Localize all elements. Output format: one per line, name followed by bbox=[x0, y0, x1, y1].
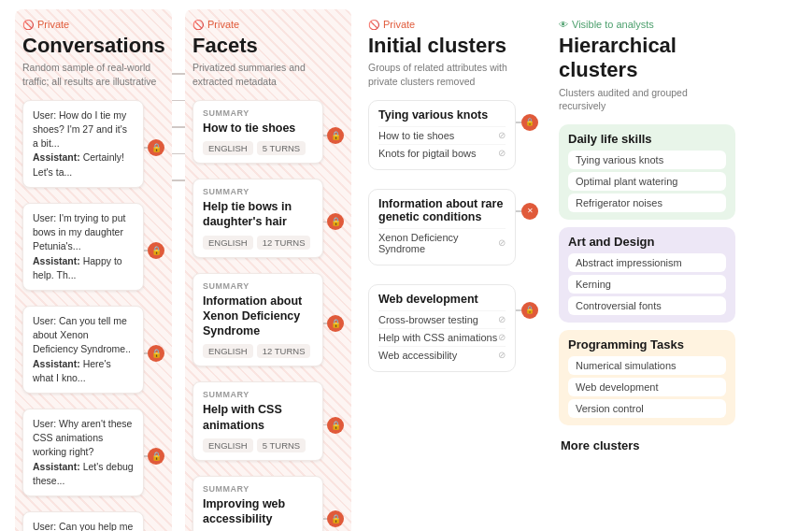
hier-group-3: Programming Tasks Numerical simulations … bbox=[559, 330, 735, 425]
eye-off-icon-3-2: ⊘ bbox=[498, 332, 506, 342]
conv-text-5: User: Can you help me make my personal w… bbox=[33, 520, 134, 531]
conv-text-2: User: I'm trying to put bows in my daugh… bbox=[33, 211, 134, 282]
hier-item-3-1: Numerical simulations bbox=[568, 356, 726, 375]
facets-subtitle: Privatized summaries and extracted metad… bbox=[192, 61, 344, 88]
facet-title-2: Help tie bows in daughter's hair bbox=[203, 199, 313, 230]
lock-icon-conv-1: 🔒 bbox=[148, 139, 164, 156]
eye-off-icon-2-1: ⊘ bbox=[498, 237, 506, 248]
cluster-group-row-1: Tying various knots How to tie shoes ⊘ K… bbox=[368, 100, 538, 179]
cluster-item-3-3: Web accessibility ⊘ bbox=[378, 346, 506, 364]
facet-label-2: SUMMARY bbox=[203, 187, 313, 196]
facet-card-2: SUMMARY Help tie bows in daughter's hair… bbox=[192, 179, 323, 258]
hier-group-1: Daily life skills Tying various knots Op… bbox=[559, 124, 735, 220]
cluster-item-1-2: Knots for pigtail bows ⊘ bbox=[378, 144, 506, 162]
facet-row-1: SUMMARY How to tie shoes ENGLISH 5 TURNS… bbox=[192, 100, 344, 171]
cluster-item-2-1: Xenon Deficiency Syndrome ⊘ bbox=[378, 228, 506, 257]
cluster-lock-1: 🔒 bbox=[521, 114, 538, 131]
cluster-item-text-1-2: Knots for pigtail bows bbox=[378, 148, 477, 159]
conversations-subtitle: Random sample of real-world traffic; all… bbox=[22, 61, 164, 88]
conv-text-1: User: How do I tie my shoes? I'm 27 and … bbox=[33, 108, 134, 179]
privacy-label-conversations: Private bbox=[37, 19, 69, 30]
hier-item-3-3: Version control bbox=[568, 399, 726, 418]
cluster-title-3: Web development bbox=[378, 293, 478, 306]
conversations-column: 🚫 Private Conversations Random sample of… bbox=[15, 9, 172, 531]
cluster-title-1: Tying various knots bbox=[378, 108, 488, 122]
cluster-item-3-2: Help with CSS animations ⊘ bbox=[378, 328, 506, 346]
gap-line-3 bbox=[172, 126, 185, 128]
lock-icon-conv-4: 🔒 bbox=[148, 448, 164, 465]
cluster-item-text-1-1: How to tie shoes bbox=[378, 130, 454, 141]
conv-text-4: User: Why aren't these CSS animations wo… bbox=[33, 417, 134, 488]
cluster-group-3: Web development Cross-browser testing ⊘ … bbox=[368, 284, 516, 372]
shield-off-icon-3: 🚫 bbox=[368, 20, 379, 30]
privacy-badge-conversations: 🚫 Private bbox=[22, 19, 164, 30]
cluster-lock-3: 🔒 bbox=[521, 302, 538, 319]
hier-group-title-3: Programming Tasks bbox=[568, 337, 726, 352]
initial-clusters-title: Initial clusters bbox=[368, 34, 538, 58]
hier-title: Hierarchical clusters bbox=[559, 34, 735, 83]
visibility-label: Visible to analysts bbox=[572, 19, 654, 30]
conversation-card-5: User: Can you help me make my personal w… bbox=[22, 511, 144, 531]
facet-label-5: SUMMARY bbox=[203, 484, 313, 494]
cluster-item-text-3-1: Cross-browser testing bbox=[378, 314, 478, 325]
conv-row-5: User: Can you help me make my personal w… bbox=[22, 511, 164, 531]
cluster-item-1-1: How to tie shoes ⊘ bbox=[378, 126, 506, 144]
shield-off-icon: 🚫 bbox=[22, 20, 34, 30]
hier-group-title-2: Art and Design bbox=[568, 235, 726, 249]
lock-icon-facet-1: 🔒 bbox=[327, 127, 344, 144]
conv-row-2: User: I'm trying to put bows in my daugh… bbox=[22, 203, 164, 298]
gap-line-2 bbox=[172, 100, 185, 102]
eye-off-icon-1-1: ⊘ bbox=[498, 130, 506, 140]
gap-line-4 bbox=[172, 153, 185, 155]
facet-title-1: How to tie shoes bbox=[203, 121, 313, 136]
facet-title-3: Information about Xenon Deficiency Syndr… bbox=[203, 294, 313, 339]
facet-tag-lang-1: ENGLISH bbox=[203, 141, 253, 155]
privacy-label-facets: Private bbox=[207, 19, 239, 30]
facet-label-4: SUMMARY bbox=[203, 390, 313, 399]
initial-clusters-subtitle: Groups of related attributes with privat… bbox=[368, 61, 538, 88]
lock-icon-facet-4: 🔒 bbox=[327, 417, 344, 434]
hier-subtitle: Clusters audited and grouped recursively bbox=[559, 86, 735, 113]
hier-item-1-3: Refrigerator noises bbox=[568, 194, 726, 212]
initial-clusters-column: 🚫 Private Initial clusters Groups of rel… bbox=[364, 9, 542, 398]
lock-icon-facet-3: 🔒 bbox=[327, 315, 344, 332]
lock-icon-facet-5: 🔒 bbox=[327, 510, 344, 527]
facets-panel: 🚫 Private Facets Privatized summaries an… bbox=[185, 9, 351, 531]
hier-item-2-1: Abstract impressionism bbox=[568, 253, 726, 272]
facets-title: Facets bbox=[192, 34, 344, 58]
hier-group-2: Art and Design Abstract impressionism Ke… bbox=[559, 227, 735, 323]
hier-item-2-3: Controversial fonts bbox=[568, 296, 726, 315]
facet-label-1: SUMMARY bbox=[203, 108, 313, 118]
initial-clusters-panel: 🚫 Private Initial clusters Groups of rel… bbox=[364, 9, 542, 398]
cluster-title-row-3: Web development bbox=[378, 293, 506, 306]
cluster-item-text-3-2: Help with CSS animations bbox=[378, 332, 497, 343]
facet-tags-3: ENGLISH 12 TURNS bbox=[203, 344, 313, 358]
facet-title-4: Help with CSS animations bbox=[203, 402, 313, 433]
hierarchical-clusters-panel: 👁 Visible to analysts Hierarchical clust… bbox=[555, 9, 739, 466]
shield-off-icon-2: 🚫 bbox=[192, 20, 204, 30]
gap-line-5 bbox=[172, 179, 185, 181]
cluster-group-row-2: Information about rare genetic condition… bbox=[368, 189, 538, 275]
facet-tag-turns-4: 5 TURNS bbox=[257, 438, 306, 452]
lock-icon-conv-2: 🔒 bbox=[148, 242, 164, 259]
cluster-item-text-3-3: Web accessibility bbox=[378, 350, 457, 361]
cluster-x-2: ✕ bbox=[521, 203, 538, 220]
eye-off-icon-3-3: ⊘ bbox=[498, 350, 506, 360]
cluster-group-2: Information about rare genetic condition… bbox=[368, 189, 516, 266]
facet-row-4: SUMMARY Help with CSS animations ENGLISH… bbox=[192, 381, 344, 468]
facet-tag-turns-2: 12 TURNS bbox=[257, 236, 311, 250]
facet-tag-lang-2: ENGLISH bbox=[203, 236, 253, 250]
cluster-group-1: Tying various knots How to tie shoes ⊘ K… bbox=[368, 100, 516, 170]
cluster-title-row-2: Information about rare genetic condition… bbox=[378, 197, 506, 223]
cluster-title-row-1: Tying various knots bbox=[378, 108, 506, 122]
hier-item-3-2: Web development bbox=[568, 378, 726, 396]
initial-clusters-header: 🚫 Private Initial clusters Groups of rel… bbox=[368, 19, 538, 93]
conversation-card-2: User: I'm trying to put bows in my daugh… bbox=[22, 203, 144, 291]
gap-line-1 bbox=[172, 73, 185, 75]
facet-card-1: SUMMARY How to tie shoes ENGLISH 5 TURNS bbox=[192, 100, 323, 164]
cluster-title-2: Information about rare genetic condition… bbox=[378, 197, 506, 223]
cluster-group-row-3: Web development Cross-browser testing ⊘ … bbox=[368, 284, 538, 381]
facet-tag-turns-1: 5 TURNS bbox=[257, 141, 306, 155]
privacy-label-clusters: Private bbox=[383, 19, 415, 30]
privacy-badge-hier: 👁 Visible to analysts bbox=[559, 19, 735, 30]
